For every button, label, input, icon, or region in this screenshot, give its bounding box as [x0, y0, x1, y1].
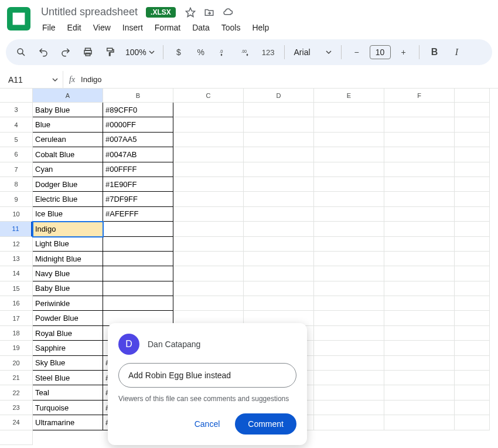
- row-header[interactable]: 19: [0, 341, 33, 355]
- row-header[interactable]: 12: [0, 237, 33, 252]
- print-icon[interactable]: [79, 43, 97, 62]
- cell[interactable]: [384, 117, 455, 132]
- cell[interactable]: [384, 385, 455, 400]
- cell[interactable]: [314, 237, 384, 252]
- cell[interactable]: [244, 103, 314, 117]
- col-header-a[interactable]: A: [33, 89, 103, 103]
- row-header[interactable]: 5: [0, 133, 33, 147]
- cell[interactable]: [455, 192, 490, 206]
- cell[interactable]: [384, 341, 455, 355]
- cell[interactable]: [244, 162, 314, 177]
- cell[interactable]: [455, 162, 490, 177]
- cell[interactable]: [384, 296, 455, 311]
- cell[interactable]: [384, 326, 455, 341]
- cell[interactable]: [244, 177, 314, 192]
- cell[interactable]: #00FFFF: [103, 162, 173, 177]
- cell[interactable]: [384, 311, 455, 325]
- row-header[interactable]: 14: [0, 266, 33, 281]
- row-header[interactable]: 24: [0, 415, 33, 430]
- row-header[interactable]: 21: [0, 371, 33, 385]
- cell[interactable]: [173, 147, 244, 162]
- cell[interactable]: [384, 415, 455, 430]
- row-header[interactable]: 17: [0, 311, 33, 325]
- row-header[interactable]: 18: [0, 326, 33, 341]
- cell[interactable]: [455, 341, 490, 355]
- bold-button[interactable]: B: [425, 43, 444, 62]
- cell[interactable]: [455, 177, 490, 192]
- redo-icon[interactable]: [56, 43, 75, 62]
- menu-file[interactable]: File: [37, 21, 60, 35]
- cell[interactable]: Cerulean: [33, 133, 103, 147]
- cell[interactable]: [314, 371, 384, 385]
- cell[interactable]: [173, 207, 244, 222]
- cell[interactable]: [244, 296, 314, 311]
- cell[interactable]: #7DF9FF: [103, 192, 173, 206]
- col-header-d[interactable]: D: [244, 89, 314, 103]
- cell[interactable]: Blue: [33, 117, 103, 132]
- undo-icon[interactable]: [34, 43, 53, 62]
- cell[interactable]: [244, 222, 314, 236]
- cell[interactable]: [173, 177, 244, 192]
- comment-button[interactable]: Comment: [235, 413, 296, 435]
- menu-edit[interactable]: Edit: [63, 21, 86, 35]
- menu-view[interactable]: View: [88, 21, 115, 35]
- cell[interactable]: Sky Blue: [33, 356, 103, 371]
- cell[interactable]: [314, 147, 384, 162]
- cell[interactable]: #0047AB: [103, 147, 173, 162]
- cloud-icon[interactable]: [221, 6, 234, 19]
- cell[interactable]: Electric Blue: [33, 192, 103, 206]
- row-header[interactable]: 15: [0, 281, 33, 296]
- row-header[interactable]: 23: [0, 401, 33, 415]
- cell[interactable]: [384, 207, 455, 222]
- decrease-font-size[interactable]: −: [347, 43, 366, 62]
- cell[interactable]: [455, 117, 490, 132]
- cell[interactable]: Light Blue: [33, 237, 103, 252]
- cell[interactable]: [455, 237, 490, 252]
- cell[interactable]: [103, 296, 173, 311]
- zoom-select[interactable]: 100%: [123, 47, 157, 57]
- menu-data[interactable]: Data: [187, 21, 214, 35]
- col-header-f[interactable]: F: [384, 89, 455, 103]
- select-all-corner[interactable]: [0, 89, 33, 103]
- cell[interactable]: [173, 103, 244, 117]
- cell[interactable]: #1E90FF: [103, 177, 173, 192]
- cell[interactable]: [244, 192, 314, 206]
- cell[interactable]: [384, 192, 455, 206]
- row-header[interactable]: 22: [0, 385, 33, 400]
- cell[interactable]: [455, 311, 490, 325]
- cell[interactable]: [455, 281, 490, 296]
- cell[interactable]: [173, 133, 244, 147]
- col-header[interactable]: [455, 89, 490, 103]
- cell[interactable]: #0000FF: [103, 117, 173, 132]
- cell[interactable]: Cyan: [33, 162, 103, 177]
- cell[interactable]: [244, 252, 314, 266]
- cell[interactable]: [384, 162, 455, 177]
- cell[interactable]: [384, 222, 455, 236]
- name-box[interactable]: A11: [0, 71, 63, 88]
- cell[interactable]: [455, 326, 490, 341]
- menu-help[interactable]: Help: [247, 21, 274, 35]
- cell[interactable]: [314, 356, 384, 371]
- row-header[interactable]: 6: [0, 147, 33, 162]
- cell[interactable]: [455, 296, 490, 311]
- row-header[interactable]: [0, 430, 33, 445]
- cell[interactable]: [173, 162, 244, 177]
- cell[interactable]: [244, 266, 314, 281]
- cell[interactable]: [455, 415, 490, 430]
- sheet-area[interactable]: A B C D E F 3Baby Blue#89CFF04Blue#0000F…: [0, 89, 498, 448]
- star-icon[interactable]: [184, 6, 197, 19]
- percent-icon[interactable]: %: [192, 43, 210, 62]
- increase-font-size[interactable]: +: [394, 43, 413, 62]
- cell[interactable]: [455, 385, 490, 400]
- cell[interactable]: [314, 222, 384, 236]
- cell[interactable]: Cobalt Blue: [33, 147, 103, 162]
- cell[interactable]: [384, 371, 455, 385]
- doc-title[interactable]: Untitled spreadsheet: [37, 5, 141, 19]
- cell[interactable]: #007AA5: [103, 133, 173, 147]
- cell[interactable]: [455, 133, 490, 147]
- cell[interactable]: Teal: [33, 385, 103, 400]
- cell[interactable]: [455, 103, 490, 117]
- cell[interactable]: [314, 415, 384, 430]
- cell[interactable]: [314, 177, 384, 192]
- cell[interactable]: [384, 237, 455, 252]
